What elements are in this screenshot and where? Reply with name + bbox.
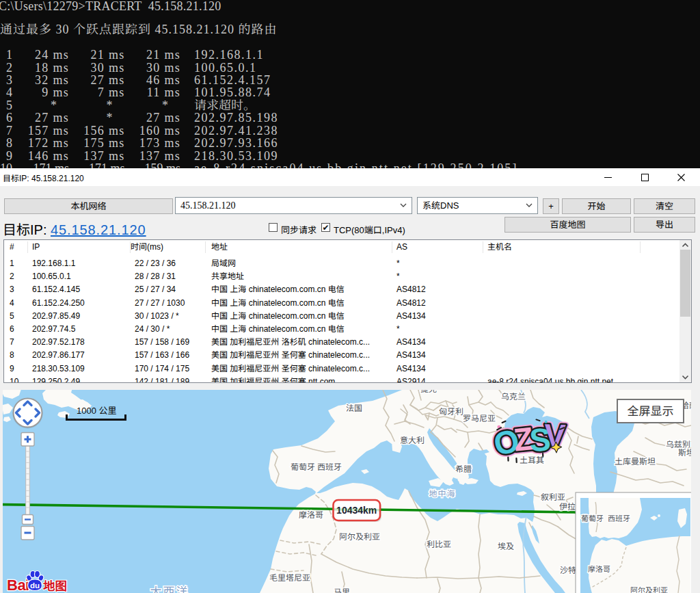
svg-text:利比亚: 利比亚 xyxy=(427,540,451,549)
svg-text:毛里塔尼亚: 毛里塔尼亚 xyxy=(269,573,310,583)
svg-text:葡萄牙: 葡萄牙 xyxy=(291,462,315,472)
svg-text:沙特: 沙特 xyxy=(560,566,576,575)
svg-text:埃及: 埃及 xyxy=(498,542,514,551)
svg-text:西班牙: 西班牙 xyxy=(317,462,342,472)
svg-text:匈牙利: 匈牙利 xyxy=(439,407,463,417)
svg-text:大西洋: 大西洋 xyxy=(150,585,189,593)
svg-text:摩洛哥: 摩洛哥 xyxy=(299,510,323,520)
svg-text:地图: 地图 xyxy=(43,579,67,593)
svg-text:阿尔及利亚: 阿尔及利亚 xyxy=(630,586,668,593)
svg-text:摩洛哥: 摩洛哥 xyxy=(588,565,610,573)
svg-text:阿尔及利亚: 阿尔及利亚 xyxy=(339,532,380,542)
svg-text:斯坦: 斯坦 xyxy=(678,448,691,458)
svg-text:Bai: Bai xyxy=(7,577,29,593)
svg-text:叙利亚: 叙利亚 xyxy=(541,492,565,502)
svg-text:葡萄牙: 葡萄牙 xyxy=(581,514,604,523)
svg-text:du: du xyxy=(30,581,40,590)
svg-text:希腊: 希腊 xyxy=(455,464,472,474)
svg-text:1000 公里: 1000 公里 xyxy=(77,406,117,416)
svg-text:法国: 法国 xyxy=(346,404,362,413)
svg-text:地中海: 地中海 xyxy=(429,489,455,499)
svg-text:全屏显示: 全屏显示 xyxy=(628,405,674,418)
svg-text:西班牙: 西班牙 xyxy=(608,514,630,523)
svg-text:意大利: 意大利 xyxy=(400,436,425,445)
svg-text:捷克: 捷克 xyxy=(420,390,437,394)
svg-text:马里: 马里 xyxy=(334,588,350,593)
svg-text:罗马尼亚: 罗马尼亚 xyxy=(463,414,496,423)
svg-text:乌克兰: 乌克兰 xyxy=(501,392,526,401)
svg-text:土库曼斯坦: 土库曼斯坦 xyxy=(615,457,656,466)
